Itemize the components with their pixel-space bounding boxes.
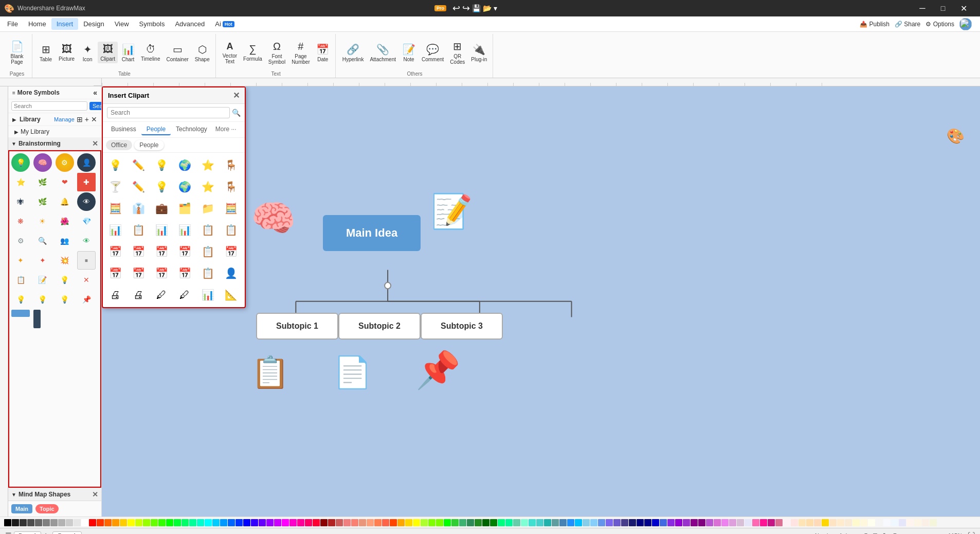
table-button[interactable]: ⊞ Table [37,42,55,64]
fullscreen-button[interactable]: ⛶ [968,531,975,535]
color-swatch[interactable] [282,519,289,526]
color-swatch[interactable] [112,519,119,526]
clipart-search-input[interactable] [107,107,230,118]
shape-item[interactable]: ✦ [11,251,30,270]
clipart-item[interactable]: ⭐ [197,176,218,197]
color-swatch[interactable] [482,519,489,526]
color-swatch[interactable] [135,519,142,526]
blank-page-button[interactable]: 📄 BlankPage [5,39,29,66]
color-swatch[interactable] [583,519,590,526]
delete-library-icon[interactable]: ✕ [91,115,97,123]
color-swatch[interactable] [899,519,906,526]
chart-button[interactable]: 📊 Chart [119,42,137,64]
mind-shape-topic[interactable]: Topic [35,504,59,513]
clipart-item[interactable]: 🌍 [174,176,195,197]
tab-business[interactable]: Business [106,124,141,135]
color-swatch[interactable] [189,519,196,526]
shape-item[interactable]: ✦ [33,251,52,270]
menu-symbols[interactable]: Symbols [134,18,170,30]
clipart-item[interactable]: 🖊 [174,284,195,305]
menu-insert[interactable]: Insert [51,18,79,30]
clipart-item[interactable]: 🌍 [174,155,195,175]
search-input[interactable] [11,101,87,111]
zoom-slider[interactable]: ━━━━━━ [919,532,940,534]
container-button[interactable]: ▭ Container [164,42,191,64]
formula-button[interactable]: ∑ Formula [241,42,265,63]
shape-item[interactable]: 🌿 [33,192,52,211]
attachment-button[interactable]: 📎 Attachment [367,42,398,64]
shape-item[interactable]: 💡 [11,290,30,309]
shape-item[interactable]: 🌺 [56,212,74,230]
clipart-item[interactable]: 📋 [197,220,218,240]
color-swatch[interactable] [89,519,96,526]
add-page-button[interactable]: + [43,531,48,535]
save-icon[interactable]: 💾 [472,4,481,12]
menu-advanced[interactable]: Advanced [170,18,210,30]
collapse-sidebar-icon[interactable]: « [93,88,97,97]
color-swatch[interactable] [891,519,898,526]
shape-item[interactable] [33,310,41,328]
search-button[interactable]: Search [89,102,102,110]
clipart-close-button[interactable]: ✕ [233,91,240,100]
subtopic-3-box[interactable]: Subtopic 3 [421,313,503,340]
clipart-item[interactable]: 💼 [151,198,172,219]
color-swatch[interactable] [567,519,574,526]
clipart-item[interactable]: 💡 [105,155,125,175]
color-swatch[interactable] [837,519,844,526]
clipart-item[interactable]: 👔 [128,198,149,219]
font-symbol-button[interactable]: Ω FontSymbol [266,39,288,66]
color-swatch[interactable] [343,519,351,526]
shape-item[interactable]: 🌿 [33,173,52,191]
color-swatch[interactable] [644,519,651,526]
mind-map-close-icon[interactable]: ✕ [92,490,98,499]
publish-button[interactable]: 📤 Publish [860,21,890,28]
focus-label[interactable]: Focus [893,532,909,535]
color-swatch[interactable] [359,519,366,526]
date-button[interactable]: 📅 Date [314,42,332,64]
menu-file[interactable]: File [2,18,23,30]
shape-item[interactable]: ❋ [11,212,30,230]
color-swatch[interactable] [405,519,412,526]
clipart-item[interactable]: 📅 [151,241,172,262]
plugin-button[interactable]: 🔌 Plug-in [468,42,489,64]
color-swatch[interactable] [745,519,752,526]
color-swatch[interactable] [205,519,212,526]
menu-view[interactable]: View [110,18,134,30]
user-avatar[interactable] [959,18,972,30]
clipart-item[interactable]: 👤 [221,263,241,283]
color-swatch[interactable] [552,519,559,526]
color-swatch[interactable] [374,519,382,526]
color-swatch[interactable] [860,519,867,526]
color-swatch[interactable] [166,519,173,526]
my-library-item[interactable]: ▶ My Library [8,126,101,137]
clipart-item[interactable]: 🖊 [151,284,172,305]
color-swatch[interactable] [35,519,42,526]
minimize-button[interactable]: ─ [914,3,931,14]
subtab-people[interactable]: People [134,140,164,150]
color-swatch[interactable] [475,519,482,526]
color-swatch[interactable] [251,519,258,526]
clipart-item[interactable]: 📅 [105,263,125,283]
page-tab-active[interactable]: Page-1 [52,531,82,535]
color-swatch[interactable] [12,519,19,526]
color-swatch[interactable] [791,519,798,526]
clipart-item[interactable]: 🗂️ [174,198,195,219]
mind-shape-main[interactable]: Main [11,504,32,513]
color-swatch[interactable] [320,519,328,526]
clipart-item[interactable]: 🪑 [221,155,241,175]
color-swatch[interactable] [351,519,358,526]
clipart-item[interactable]: 📊 [151,220,172,240]
shape-item[interactable] [11,310,30,317]
color-swatch[interactable] [50,519,58,526]
shape-item[interactable]: ⭐ [11,173,30,191]
color-swatch[interactable] [27,519,34,526]
clipart-item[interactable]: 📋 [197,241,218,262]
shape-item[interactable]: ✕ [77,271,96,289]
picture-button[interactable]: 🖼 Picture [56,42,77,63]
clipart-item[interactable]: 📐 [221,284,241,305]
color-swatch[interactable] [128,519,135,526]
color-swatch[interactable] [667,519,675,526]
menu-home[interactable]: Home [23,18,51,30]
clipart-item[interactable]: 🧮 [105,198,125,219]
shape-item[interactable]: 🧠 [33,153,52,172]
